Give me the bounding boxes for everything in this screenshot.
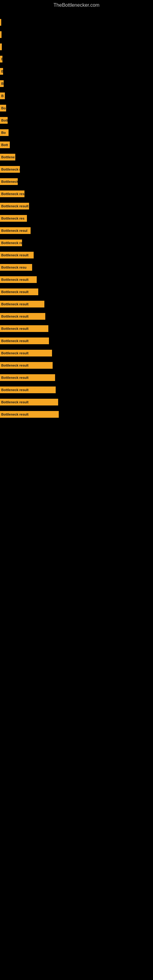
bar: Bottleneck re: [0, 240, 22, 246]
bar-label: Bottleneck result: [1, 278, 29, 282]
bar-label: B: [1, 82, 4, 86]
bar-row: Bottleneck: [0, 176, 153, 188]
bar: Bottleneck result: [0, 288, 38, 295]
bar-row: Bottleneck result: [0, 409, 153, 420]
bar: [0, 43, 2, 50]
bar: Bottleneck result: [0, 313, 45, 320]
bar: Bo: [0, 105, 6, 111]
bar-row: B: [0, 53, 153, 65]
bar-label: Bottleneck result: [1, 302, 29, 306]
bar-row: B: [0, 90, 153, 102]
bar-label: Bottleneck result: [1, 290, 29, 294]
bar-row: Bottleneck result: [0, 347, 153, 359]
bar: Bottleneck res: [0, 215, 27, 222]
bar: Bottleneck result: [0, 337, 49, 344]
bar: Bottleneck resul: [0, 227, 30, 234]
bar-row: Bottleneck result: [0, 384, 153, 396]
bar: Bottleneck re: [0, 166, 20, 173]
bar-row: Bottleneck result: [0, 396, 153, 408]
bar-row: Bottleneck result: [0, 335, 153, 347]
bar-label: Bottlene: [1, 155, 15, 159]
bar: Bottleneck result: [0, 374, 55, 381]
bar-row: [0, 29, 153, 40]
bar-label: Bottleneck result: [1, 376, 29, 379]
bar: B: [0, 68, 3, 75]
bar-row: Bottlene: [0, 151, 153, 163]
bar: Bottleneck result: [0, 203, 29, 210]
bar: B: [0, 92, 5, 99]
bar: Bottleneck resu: [0, 264, 32, 271]
bar: [0, 31, 2, 38]
bar: Bottlene: [0, 154, 15, 161]
bar: B: [0, 80, 4, 87]
bar-row: B: [0, 65, 153, 77]
bar: Bottleneck result: [0, 387, 56, 393]
bar: Bottleneck: [0, 178, 18, 185]
bar-label: B: [1, 70, 3, 73]
bar-label: Bottleneck re: [1, 167, 20, 171]
bar-row: Bottleneck result: [0, 200, 153, 212]
bar-row: Bo: [0, 102, 153, 114]
bar-row: Bottleneck result: [0, 274, 153, 285]
bar: [0, 19, 1, 26]
bar-label: Bottleneck result: [1, 204, 29, 208]
site-title: TheBottlenecker.com: [0, 0, 153, 10]
bar-row: Bo: [0, 127, 153, 138]
bar-label: Bottleneck result: [1, 364, 29, 367]
bar-row: Bottleneck result: [0, 286, 153, 298]
bar-label: Bo: [1, 131, 6, 134]
bar-row: Bott: [0, 115, 153, 126]
bar: Bottleneck result: [0, 399, 58, 406]
bar: Bottleneck res: [0, 191, 24, 197]
bar: Bottleneck result: [0, 276, 37, 283]
bar-label: Bott: [1, 119, 8, 122]
bar-label: Bott: [1, 143, 8, 147]
bar-row: [0, 16, 153, 28]
bar: Bottleneck result: [0, 252, 33, 258]
bar-label: Bottleneck result: [1, 351, 29, 355]
bar-label: Bottleneck: [1, 180, 18, 183]
bar-label: Bottleneck resul: [1, 229, 27, 232]
bar-row: Bottleneck re: [0, 164, 153, 175]
bar: Bottleneck result: [0, 350, 52, 356]
bar: Bott: [0, 142, 10, 148]
bar-label: Bottleneck resu: [1, 266, 27, 269]
bar-row: B: [0, 78, 153, 89]
bar: Bo: [0, 129, 9, 136]
bar-label: Bottleneck result: [1, 253, 29, 257]
bar: Bottleneck result: [0, 411, 59, 418]
bar-row: [0, 41, 153, 52]
bar-row: Bottleneck result: [0, 323, 153, 334]
bar: Bottleneck result: [0, 362, 53, 369]
bar-row: Bottleneck resu: [0, 261, 153, 273]
bar-row: Bottleneck resul: [0, 225, 153, 236]
bar-row: Bottleneck result: [0, 249, 153, 261]
bar-label: B: [1, 94, 4, 98]
bar: B: [0, 56, 2, 62]
bar-label: Bo: [1, 106, 6, 110]
bars-container: BBBBBoBottBoBottBottleneBottleneck reBot…: [0, 10, 153, 421]
bar-row: Bottleneck res: [0, 213, 153, 224]
bar-label: B: [1, 57, 2, 61]
bar-label: Bottleneck res: [1, 192, 24, 196]
bar-label: Bottleneck result: [1, 327, 29, 331]
bar-label: Bottleneck result: [1, 315, 29, 318]
bar-label: Bottleneck re: [1, 241, 22, 245]
bar: Bott: [0, 117, 8, 124]
bar-row: Bottleneck re: [0, 237, 153, 249]
bar-row: Bottleneck result: [0, 298, 153, 310]
bar-row: Bottleneck result: [0, 372, 153, 383]
bar-label: Bottleneck result: [1, 339, 29, 343]
bar-row: Bott: [0, 139, 153, 151]
bar-label: Bottleneck res: [1, 216, 24, 220]
bar: Bottleneck result: [0, 301, 45, 307]
bar-row: Bottleneck res: [0, 188, 153, 200]
bar-row: Bottleneck result: [0, 310, 153, 322]
bar-label: Bottleneck result: [1, 400, 29, 404]
bar-label: Bottleneck result: [1, 412, 29, 416]
bar: Bottleneck result: [0, 325, 48, 332]
bar-label: Bottleneck result: [1, 388, 29, 392]
bar-row: Bottleneck result: [0, 360, 153, 371]
